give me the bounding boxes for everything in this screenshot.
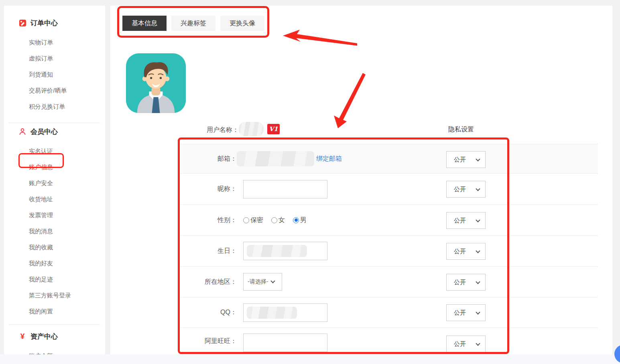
sidebar-item-arrival-notice[interactable]: 到货通知 <box>4 67 105 83</box>
privacy-settings-header: 隐私设置 <box>448 125 474 134</box>
qq-censored-value <box>247 307 297 319</box>
radio-label: 女 <box>278 216 285 224</box>
sidebar-item-my-idle[interactable]: 我的闲置 <box>4 303 105 320</box>
qq-input[interactable] <box>243 303 327 322</box>
sidebar-item-my-footprints[interactable]: 我的足迹 <box>4 271 105 287</box>
sidebar-item-invoice-management[interactable]: 发票管理 <box>4 207 105 223</box>
radio-female[interactable]: 女 <box>271 216 285 224</box>
order-icon <box>18 19 26 27</box>
avatar <box>126 53 186 113</box>
section-title: 订单中心 <box>30 18 58 28</box>
chevron-down-icon <box>476 310 480 314</box>
tab-basic-info[interactable]: 基本信息 <box>122 16 167 31</box>
sidebar-item-shipping-address[interactable]: 收货地址 <box>4 191 105 207</box>
qq-label: QQ： <box>181 297 240 328</box>
region-select-value: -请选择- <box>248 278 268 285</box>
radio-icon <box>271 217 277 223</box>
birthday-censored-value <box>247 245 307 257</box>
sidebar-divider <box>9 123 100 123</box>
aliwangwang-privacy-select[interactable]: 公开 <box>446 336 486 352</box>
radio-label: 保密 <box>250 216 263 224</box>
region-privacy-select[interactable]: 公开 <box>446 274 486 291</box>
nickname-input[interactable] <box>243 180 327 198</box>
sidebar-item-physical-orders[interactable]: 实物订单 <box>4 34 105 51</box>
gender-privacy-select[interactable]: 公开 <box>446 212 486 229</box>
nickname-privacy-select[interactable]: 公开 <box>446 181 486 198</box>
sidebar-item-third-party-login[interactable]: 第三方账号登录 <box>4 287 105 303</box>
nickname-label: 昵称： <box>181 174 240 204</box>
member-icon <box>18 127 26 135</box>
sidebar-item-real-name-auth[interactable]: 实名认证 <box>4 143 105 159</box>
radio-label: 男 <box>300 216 307 224</box>
radio-secret[interactable]: 保密 <box>243 216 263 224</box>
sidebar-item-my-messages[interactable]: 我的消息 <box>4 223 105 239</box>
email-label: 邮箱： <box>181 144 240 173</box>
form-row-email: 邮箱： 绑定邮箱 公开 <box>181 144 598 174</box>
chevron-down-icon <box>476 157 480 161</box>
privacy-value: 公开 <box>454 309 466 317</box>
annotation-arrow-form <box>332 72 368 131</box>
sidebar-item-points-orders[interactable]: 积分兑换订单 <box>4 99 105 115</box>
sidebar-item-my-favorites[interactable]: 我的收藏 <box>4 239 105 255</box>
section-title: 资产中心 <box>30 332 58 341</box>
sidebar-item-virtual-orders[interactable]: 虚拟订单 <box>4 51 105 67</box>
section-title: 会员中心 <box>30 127 58 136</box>
yen-icon: ¥ <box>18 332 26 340</box>
chevron-down-icon <box>476 341 480 346</box>
aliwangwang-label: 阿里旺旺： <box>181 328 240 354</box>
form-row-qq: QQ： 公开 <box>181 297 598 328</box>
gender-label: 性别： <box>181 205 240 235</box>
chevron-down-icon <box>476 218 480 222</box>
radio-male[interactable]: 男 <box>293 216 307 224</box>
radio-icon <box>243 217 249 223</box>
birthday-input[interactable] <box>243 242 327 260</box>
privacy-value: 公开 <box>454 340 466 348</box>
radio-checked-icon <box>293 217 299 223</box>
sidebar-divider <box>9 324 100 325</box>
qq-privacy-select[interactable]: 公开 <box>446 304 486 321</box>
privacy-value: 公开 <box>454 156 466 164</box>
privacy-value: 公开 <box>454 186 466 193</box>
aliwangwang-input[interactable] <box>243 334 327 352</box>
sidebar-item-account-info[interactable]: 账户信息 <box>4 159 105 175</box>
username-censored-value <box>239 122 264 136</box>
email-censored-value <box>237 151 314 166</box>
sidebar-section-member-center: 会员中心 <box>4 124 105 139</box>
tab-change-avatar[interactable]: 更换头像 <box>220 16 264 31</box>
sidebar: 订单中心 实物订单 虚拟订单 到货通知 交易评价/晒单 积分兑换订单 会员中心 … <box>4 6 105 364</box>
username-label: 用户名称： <box>207 126 239 134</box>
sidebar-item-account-security[interactable]: 账户安全 <box>4 175 105 191</box>
privacy-value: 公开 <box>454 217 466 224</box>
privacy-value: 公开 <box>454 279 466 286</box>
chevron-down-icon <box>476 186 480 191</box>
email-privacy-select[interactable]: 公开 <box>446 151 486 168</box>
form-row-aliwangwang: 阿里旺旺： 公开 <box>181 328 598 354</box>
chevron-down-icon <box>476 249 480 253</box>
tab-interest-tags[interactable]: 兴趣标签 <box>171 16 215 31</box>
vip-level-badge: V1 <box>267 124 280 134</box>
form-row-gender: 性别： 保密 女 男 公开 <box>181 205 598 236</box>
birthday-label: 生日： <box>181 236 240 266</box>
region-label: 所在地区： <box>181 267 240 297</box>
sidebar-item-my-friends[interactable]: 我的好友 <box>4 255 105 271</box>
form-row-region: 所在地区： -请选择- 公开 <box>181 267 598 297</box>
sidebar-section-order-center: 订单中心 <box>4 15 105 30</box>
main-content: 基本信息 兴趣标签 更换头像 用户名称： V1 隐私设置 <box>110 6 612 354</box>
form-row-birthday: 生日： 公开 <box>181 236 598 267</box>
annotation-arrow-tabs <box>281 29 359 50</box>
chevron-down-icon <box>476 279 480 284</box>
birthday-privacy-select[interactable]: 公开 <box>446 243 486 260</box>
sidebar-item-reviews[interactable]: 交易评价/晒单 <box>4 83 105 99</box>
sidebar-section-asset-center: ¥ 资产中心 <box>4 329 105 344</box>
bottom-strip <box>0 354 620 364</box>
privacy-value: 公开 <box>454 248 466 255</box>
region-select[interactable]: -请选择- <box>243 273 282 291</box>
form-row-nickname: 昵称： 公开 <box>181 174 598 205</box>
bind-email-link[interactable]: 绑定邮箱 <box>316 155 342 163</box>
chevron-down-icon <box>271 279 275 283</box>
